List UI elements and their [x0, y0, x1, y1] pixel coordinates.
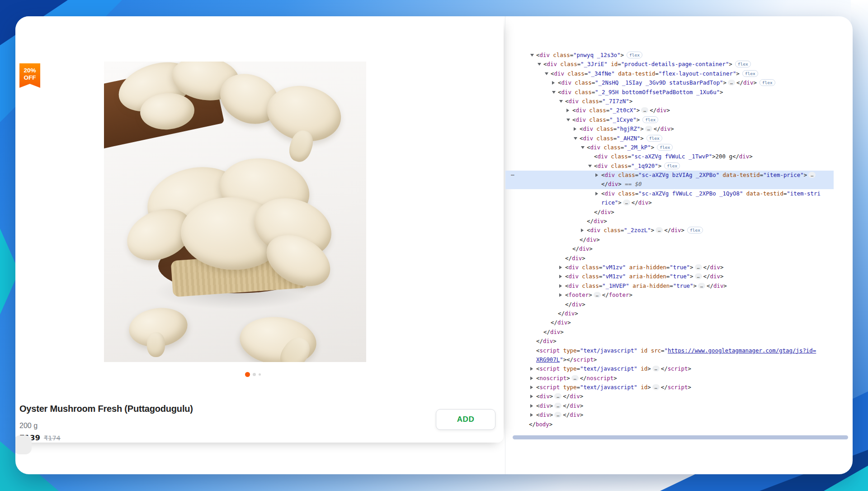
code-token: div	[604, 190, 614, 197]
dom-tree-row[interactable]: <script type="text/javascript" id>…</scr…	[505, 364, 834, 373]
flex-badge[interactable]: flex	[742, 70, 758, 77]
dom-tree-row[interactable]: </div>	[505, 217, 834, 226]
dom-tree-row[interactable]: <div>…</div>	[505, 410, 834, 419]
expand-arrow-icon[interactable]	[574, 124, 580, 133]
inline-expand-button[interactable]: …	[641, 107, 648, 113]
horizontal-scrollbar[interactable]	[513, 435, 848, 439]
flex-badge[interactable]: flex	[627, 52, 642, 58]
expand-arrow-icon[interactable]	[530, 364, 536, 373]
dom-tree-row[interactable]: </div>	[505, 318, 834, 327]
dom-tree-row[interactable]: <div class="sc-aXZVg fVWuLc _2XPBo _1QyO…	[505, 189, 834, 198]
dom-tree-row[interactable]: <footer>…</footer>	[505, 291, 834, 300]
expand-arrow-icon[interactable]	[530, 401, 536, 410]
expand-arrow-icon[interactable]	[581, 143, 587, 152]
expand-arrow-icon[interactable]	[566, 106, 572, 115]
inline-expand-button[interactable]: …	[554, 412, 561, 418]
dom-tree-row[interactable]: rice">…</div>	[505, 198, 834, 207]
expand-arrow-icon[interactable]	[559, 263, 565, 272]
expand-arrow-icon[interactable]	[588, 162, 594, 171]
dom-tree-row[interactable]: </body>	[505, 420, 834, 429]
add-to-cart-button[interactable]: ADD	[436, 409, 495, 430]
dom-tree-row[interactable]: <div class="_AHZN">flex	[505, 134, 834, 143]
expand-arrow-icon[interactable]	[545, 69, 551, 78]
dom-tree-row[interactable]: <noscript>…</noscript>	[505, 374, 834, 383]
dom-tree-row[interactable]: <div class="_1HVEP" aria-hidden="true">……	[505, 281, 834, 291]
dom-tree-row[interactable]: <div class="_2NsHQ _1SIay _3Gv9D statusB…	[505, 78, 834, 87]
carousel-dots	[245, 372, 261, 377]
dom-tree-row[interactable]: <script type="text/javascript" id>…</scr…	[505, 383, 834, 392]
expand-arrow-icon[interactable]	[559, 97, 565, 106]
expand-arrow-icon[interactable]	[530, 374, 536, 383]
dom-tree-row[interactable]: </div>	[505, 244, 834, 253]
expand-arrow-icon[interactable]	[538, 60, 543, 69]
inline-expand-button[interactable]: …	[698, 283, 705, 289]
dom-tree-row[interactable]: <div class="vM1zv" aria-hidden="true">…<…	[505, 272, 834, 281]
inline-expand-button[interactable]: …	[571, 375, 579, 381]
carousel-dot[interactable]	[253, 373, 256, 376]
carousel-dot[interactable]	[245, 372, 250, 377]
dom-tree-row[interactable]: <div>…</div>	[505, 392, 834, 401]
inline-expand-button[interactable]: …	[656, 227, 663, 233]
flex-badge[interactable]: flex	[687, 227, 703, 234]
expand-arrow-icon[interactable]	[595, 171, 601, 180]
dom-tree-row[interactable]: ⋯<div class="sc-aXZVg bzVIAg _2XPBo" dat…	[505, 171, 834, 180]
dom-tree-row[interactable]: <div class="_1q920">flex	[505, 162, 834, 171]
inline-expand-button[interactable]: …	[695, 264, 702, 270]
expand-arrow-icon[interactable]	[559, 291, 565, 300]
expand-arrow-icon[interactable]	[566, 115, 572, 124]
dom-tree-row[interactable]: <div class="_7I7zN">	[505, 97, 834, 106]
dom-tree-row[interactable]: </div>	[505, 328, 834, 337]
expand-arrow-icon[interactable]	[581, 226, 587, 235]
dom-tree-row[interactable]: </div>	[505, 208, 834, 217]
dom-tree-row[interactable]: <div>…</div>	[505, 401, 834, 410]
dom-tree-row[interactable]: </div>	[505, 300, 834, 309]
dom-tree-row[interactable]: <div class="pnwyq _12s3o">flex	[505, 51, 834, 60]
dom-tree-row[interactable]: <div class="hgjRZ">…</div>	[505, 124, 834, 133]
expand-arrow-icon[interactable]	[530, 383, 536, 392]
inline-expand-button[interactable]: …	[554, 403, 561, 409]
flex-badge[interactable]: flex	[657, 144, 673, 151]
flex-badge[interactable]: flex	[760, 79, 775, 86]
dom-tree-row[interactable]: <div class="_3JriE" id="product-details-…	[505, 60, 834, 69]
dom-tree-row[interactable]: <div class="sc-aXZVg fVWuLc _1TwvP">200 …	[505, 152, 834, 161]
carousel-dot[interactable]	[259, 373, 261, 376]
expand-arrow-icon[interactable]	[552, 88, 558, 97]
inline-expand-button[interactable]: …	[554, 393, 561, 399]
inline-expand-button[interactable]: …	[652, 384, 660, 390]
more-actions-icon[interactable]: ⋯	[511, 171, 514, 180]
dom-tree-row[interactable]: <div class="vM1zv" aria-hidden="true">…<…	[505, 263, 834, 272]
dom-tree-row[interactable]: <div class="_2zozL">…</div>flex	[505, 226, 834, 235]
expand-arrow-icon[interactable]	[574, 134, 580, 143]
dom-tree-row[interactable]: </div>	[505, 337, 834, 346]
dom-tree-row[interactable]: XRG907L"></script>	[505, 355, 834, 364]
flex-badge[interactable]: flex	[735, 61, 751, 67]
dom-tree-row[interactable]: <div class="_1Cxye">flex	[505, 115, 834, 124]
expand-arrow-icon[interactable]	[530, 392, 536, 401]
expand-arrow-icon[interactable]	[595, 189, 601, 198]
dom-tree-row[interactable]: </div>	[505, 235, 834, 244]
inline-expand-button[interactable]: …	[695, 273, 702, 279]
dom-tree-row[interactable]: </div>	[505, 254, 834, 263]
flex-badge[interactable]: flex	[646, 135, 662, 142]
expand-arrow-icon[interactable]	[530, 410, 536, 419]
expand-arrow-icon[interactable]	[559, 272, 565, 281]
inline-expand-button[interactable]: …	[645, 126, 652, 132]
dom-tree-row[interactable]: <div class="_2M_kP">flex	[505, 143, 834, 152]
inline-expand-button[interactable]: …	[652, 366, 660, 372]
dom-tree-row[interactable]: <div class="_2_95H bottomOffsetPadBottom…	[505, 88, 834, 97]
expand-arrow-icon[interactable]	[530, 51, 536, 60]
inline-expand-button[interactable]: …	[623, 200, 630, 205]
inline-expand-button[interactable]: …	[594, 292, 601, 298]
inline-expand-button[interactable]: …	[808, 172, 816, 178]
inline-expand-button[interactable]: …	[728, 80, 735, 86]
dom-tree-row[interactable]: </div> == $0	[505, 180, 834, 189]
expand-arrow-icon[interactable]	[552, 78, 558, 87]
code-token: </	[602, 291, 609, 298]
expand-arrow-icon[interactable]	[559, 281, 565, 291]
dom-tree-row[interactable]: <div class="_34fNe" data-testid="flex-la…	[505, 69, 834, 78]
flex-badge[interactable]: flex	[664, 162, 680, 169]
dom-tree-row[interactable]: <script type="text/javascript" id src="h…	[505, 346, 834, 355]
dom-tree-row[interactable]: <div class="_2t0cX">…</div>	[505, 106, 834, 115]
flex-badge[interactable]: flex	[642, 116, 658, 123]
dom-tree-row[interactable]: </div>	[505, 309, 834, 318]
